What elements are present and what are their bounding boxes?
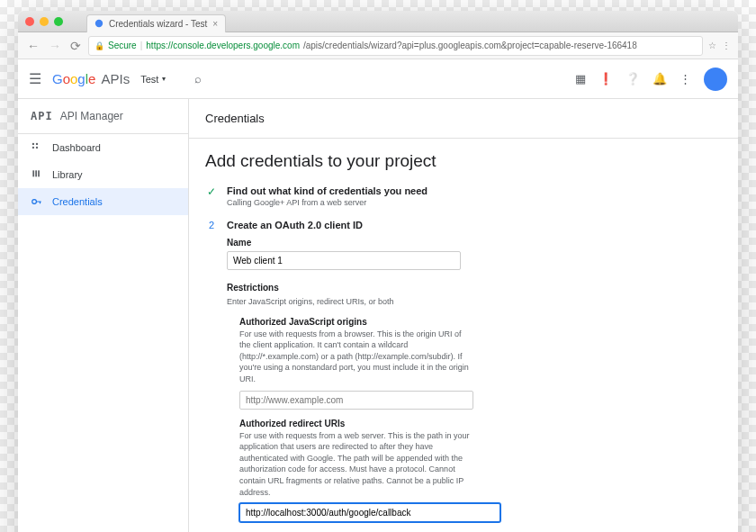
- key-icon: [31, 195, 43, 208]
- client-name-input[interactable]: [227, 251, 461, 270]
- js-origins-desc: For use with requests from a browser. Th…: [239, 329, 473, 385]
- step-2: 2 Create an OAuth 2.0 client ID Name Res…: [205, 220, 722, 532]
- check-icon: ✓: [205, 185, 218, 207]
- url-host: https://console.developers.google.com: [146, 41, 300, 50]
- alert-icon[interactable]: ❗: [598, 72, 613, 86]
- js-origins-label: Authorized JavaScript origins: [239, 317, 722, 327]
- close-window-button[interactable]: [25, 17, 34, 26]
- svg-rect-5: [32, 170, 34, 176]
- more-icon[interactable]: ⋮: [680, 72, 691, 86]
- svg-rect-7: [38, 170, 40, 176]
- search-area[interactable]: ⌕: [176, 72, 564, 86]
- svg-point-2: [36, 143, 38, 145]
- secure-label: Secure: [108, 41, 137, 50]
- step2-number: 2: [205, 220, 218, 532]
- hamburger-menu-icon[interactable]: ☰: [29, 70, 41, 87]
- svg-point-8: [32, 200, 37, 204]
- address-bar: ← → ⟳ 🔒 Secure | https://console.develop…: [18, 32, 738, 59]
- sidebar: API API Manager Dashboard Library Creden…: [18, 99, 189, 532]
- bookmark-icon[interactable]: ☆: [708, 41, 716, 50]
- step1-title: Find out what kind of credentials you ne…: [227, 185, 722, 196]
- avatar[interactable]: [704, 68, 727, 91]
- app-topbar: ☰ Google APIs Test ▾ ⌕ ▦ ❗ ❔ 🔔 ⋮: [18, 59, 738, 99]
- redirect-uri-input[interactable]: [239, 503, 500, 522]
- page-title: Add credentials to your project: [205, 151, 722, 171]
- svg-point-0: [95, 20, 103, 27]
- svg-point-3: [32, 147, 34, 149]
- reload-button[interactable]: ⟳: [68, 39, 83, 53]
- sidebar-item-library[interactable]: Library: [18, 161, 188, 188]
- main-content: Credentials Add credentials to your proj…: [189, 99, 738, 532]
- minimize-window-button[interactable]: [40, 17, 49, 26]
- help-icon[interactable]: ❔: [626, 72, 640, 86]
- gift-icon[interactable]: ▦: [575, 72, 586, 86]
- js-origins-section: Authorized JavaScript origins For use wi…: [239, 317, 722, 410]
- back-button[interactable]: ←: [25, 39, 41, 53]
- step1-subtitle: Calling Google+ API from a web server: [227, 198, 722, 207]
- google-apis-logo: Google APIs: [52, 71, 130, 86]
- step-1: ✓ Find out what kind of credentials you …: [205, 185, 722, 207]
- project-selector[interactable]: Test ▾: [140, 74, 166, 85]
- sidebar-item-label: Library: [52, 169, 83, 180]
- sidebar-header: API API Manager: [18, 99, 188, 134]
- url-input[interactable]: 🔒 Secure | https://console.developers.go…: [88, 36, 703, 56]
- api-badge: API: [31, 110, 53, 122]
- content-area: Add credentials to your project ✓ Find o…: [189, 139, 738, 532]
- topbar-actions: ▦ ❗ ❔ 🔔 ⋮: [575, 68, 727, 91]
- favicon-icon: [94, 19, 104, 28]
- js-origin-input[interactable]: [239, 391, 473, 410]
- tab-title: Credentials wizard - Test: [109, 19, 207, 29]
- app-body: API API Manager Dashboard Library Creden…: [18, 99, 738, 532]
- lock-icon: 🔒: [94, 41, 104, 50]
- redirect-uris-label: Authorized redirect URIs: [239, 419, 722, 428]
- browser-window: Credentials wizard - Test × ← → ⟳ 🔒 Secu…: [18, 11, 738, 532]
- sidebar-title: API Manager: [60, 110, 123, 122]
- restrictions-desc: Enter JavaScript origins, redirect URIs,…: [227, 296, 722, 308]
- sidebar-item-label: Dashboard: [52, 142, 101, 153]
- page-header: Credentials: [189, 99, 738, 139]
- chevron-down-icon: ▾: [162, 75, 166, 83]
- sidebar-item-credentials[interactable]: Credentials: [18, 188, 188, 215]
- restrictions-label: Restrictions: [227, 283, 722, 293]
- search-icon: ⌕: [194, 72, 202, 86]
- redirect-uris-section: Authorized redirect URIs For use with re…: [239, 419, 722, 523]
- maximize-window-button[interactable]: [54, 17, 63, 26]
- browser-tab[interactable]: Credentials wizard - Test ×: [86, 14, 226, 32]
- close-tab-icon[interactable]: ×: [212, 19, 218, 29]
- svg-point-1: [32, 143, 34, 145]
- titlebar: Credentials wizard - Test ×: [18, 11, 738, 32]
- notifications-icon[interactable]: 🔔: [652, 72, 667, 86]
- step2-title: Create an OAuth 2.0 client ID: [227, 220, 722, 230]
- redirect-uris-desc: For use with requests from a web server.…: [239, 430, 473, 499]
- name-label: Name: [227, 238, 722, 248]
- svg-point-4: [36, 147, 38, 149]
- dashboard-icon: [31, 141, 43, 154]
- forward-button[interactable]: →: [47, 39, 63, 53]
- library-icon: [31, 168, 43, 181]
- sidebar-item-dashboard[interactable]: Dashboard: [18, 134, 188, 161]
- url-path: /apis/credentials/wizard?api=plus.google…: [303, 41, 637, 50]
- browser-menu-icon[interactable]: ⋮: [722, 41, 731, 50]
- svg-rect-6: [35, 170, 37, 176]
- sidebar-item-label: Credentials: [52, 196, 103, 207]
